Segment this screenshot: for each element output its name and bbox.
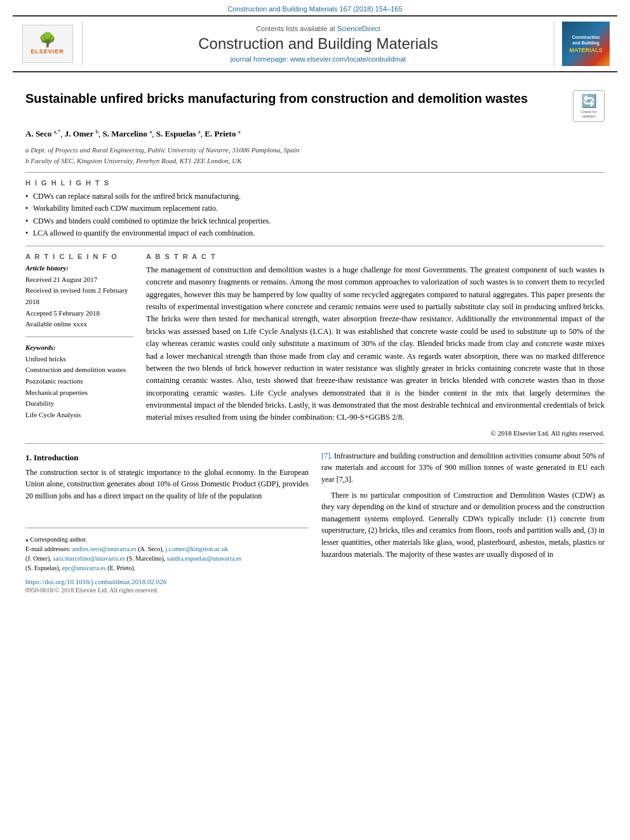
- history-label: Article history:: [25, 264, 133, 272]
- footnotes-area: ⁎ Corresponding author. E-mail addresses…: [25, 528, 309, 594]
- elsevier-label: ELSEVIER: [30, 48, 64, 55]
- affiliation-a: a Dept. of Projects and Rural Engineerin…: [25, 145, 605, 156]
- corresponding-label: ⁎ Corresponding author.: [25, 535, 309, 544]
- journal-ref-text: Construction and Building Materials 167 …: [227, 5, 402, 13]
- highlight-item-4: LCA allowed to quantify the environmenta…: [25, 227, 605, 239]
- abstract-label: A B S T R A C T: [146, 253, 605, 260]
- body-right-col: [7]. Infrastructure and building constru…: [321, 450, 605, 594]
- right-logo-materials: MATERIALS: [570, 47, 603, 54]
- available-date: Available online xxxx: [25, 319, 133, 330]
- right-logo-line1: Constructionand Building: [572, 34, 600, 46]
- ref-7: [7]: [321, 451, 330, 460]
- journal-header: 🌳 ELSEVIER Contents lists available at S…: [13, 15, 617, 72]
- right-journal-logo: Constructionand Building MATERIALS: [562, 22, 610, 66]
- abstract-col: A B S T R A C T The management of constr…: [146, 253, 605, 437]
- article-info-label: A R T I C L E I N F O: [25, 253, 133, 260]
- article-title-section: Sustainable unfired bricks manufacturing…: [25, 90, 605, 122]
- keywords-list: Unfired bricks Construction and demoliti…: [25, 354, 133, 421]
- corresponding-author-note: ⁎ Corresponding author. E-mail addresses…: [25, 535, 309, 573]
- revised-date: Received in revised form 2 February 2018: [25, 285, 133, 307]
- contents-line: Contents lists available at ScienceDirec…: [256, 25, 380, 32]
- keyword-1: Unfired bricks: [25, 354, 133, 365]
- elsevier-logo-area: 🌳 ELSEVIER: [19, 22, 83, 66]
- highlight-item-2: Workability limited each CDW maximum rep…: [25, 203, 605, 215]
- footnote-divider: [25, 528, 309, 528]
- keywords-section: Keywords: Unfired bricks Construction an…: [25, 343, 133, 421]
- email-seco[interactable]: andres.seco@unavarra.es: [72, 545, 136, 552]
- keywords-label: Keywords:: [25, 343, 133, 351]
- elsevier-tree-icon: 🌳: [39, 33, 56, 47]
- highlights-section: H I G H L I G H T S CDWs can replace nat…: [25, 179, 605, 239]
- history-table: Received 21 August 2017 Received in revi…: [25, 274, 133, 330]
- highlights-label: H I G H L I G H T S: [25, 179, 605, 187]
- accepted-date: Accepted 5 February 2018: [25, 308, 133, 319]
- highlight-item-1: CDWs can replace natural soils for the u…: [25, 190, 605, 203]
- doi-section: https://doi.org/10.1016/j.conbuildmat.20…: [25, 577, 309, 587]
- check-updates-text: Check for updates: [573, 110, 604, 119]
- intro-right-1-text: Infrastructure and building construction…: [321, 451, 605, 484]
- email-prieto[interactable]: epc@unavarra.es: [62, 564, 106, 571]
- abstract-text: The management of construction and demol…: [146, 264, 605, 424]
- check-updates-icon: 🔄: [581, 93, 597, 109]
- body-section: 1. Introduction The construction sector …: [25, 450, 605, 594]
- keyword-4: Mechanical properties: [25, 387, 133, 399]
- keyword-5: Durability: [25, 398, 133, 410]
- homepage-url[interactable]: www.elsevier.com/locate/conbuildmat: [290, 55, 406, 63]
- intro-right-text: [7]. Infrastructure and building constru…: [321, 450, 605, 560]
- copyright-line: © 2018 Elsevier Ltd. All rights reserved…: [146, 429, 605, 437]
- journal-main-title: Construction and Building Materials: [198, 35, 438, 53]
- issn-line: 0950-0618/© 2018 Elsevier Ltd. All right…: [25, 587, 309, 594]
- header-center: Contents lists available at ScienceDirec…: [83, 22, 554, 66]
- homepage-label: journal homepage:: [231, 55, 288, 63]
- intro-heading: 1. Introduction: [25, 453, 309, 463]
- intro-para-right-2: There is no particular composition of Co…: [321, 490, 605, 561]
- author-prieto: E. Prieto: [204, 129, 236, 138]
- author-marcelino: S. Marcelino: [102, 129, 147, 138]
- author-omer: J. Omer: [65, 129, 93, 138]
- highlight-item-3: CDWs and binders could combined to optim…: [25, 215, 605, 227]
- divider-after-highlights: [25, 246, 605, 246]
- affiliations: a Dept. of Projects and Rural Engineerin…: [25, 145, 605, 166]
- email-omer[interactable]: j.r.omer@kingston.ac.uk: [166, 545, 229, 552]
- right-logo-area: Constructionand Building MATERIALS: [554, 22, 611, 66]
- divider-after-abstract: [25, 443, 605, 444]
- keyword-3: Pozzolanic reactions: [25, 376, 133, 387]
- article-info-col: A R T I C L E I N F O Article history: R…: [25, 253, 133, 437]
- intro-para-right-1: [7]. Infrastructure and building constru…: [321, 450, 605, 486]
- email-line: E-mail addresses: andres.seco@unavarra.e…: [25, 544, 309, 573]
- divider-in-info: [25, 337, 133, 337]
- check-updates-badge: 🔄 Check for updates: [573, 90, 605, 122]
- page: Construction and Building Materials 167 …: [0, 0, 630, 840]
- contents-label: Contents lists available at: [256, 25, 335, 32]
- article-title: Sustainable unfired bricks manufacturing…: [25, 90, 560, 107]
- keyword-2: Construction and demolition wastes: [25, 364, 133, 376]
- author-seco: A. Seco: [25, 129, 51, 138]
- body-left-col: 1. Introduction The construction sector …: [25, 450, 309, 594]
- affiliation-b: b Faculty of SEC, Kingston University, P…: [25, 156, 605, 166]
- received-date: Received 21 August 2017: [25, 274, 133, 286]
- divider-after-affiliations: [25, 172, 605, 173]
- email-intro: E-mail addresses:: [25, 545, 70, 552]
- email-marcelino[interactable]: sara.marcelino@unavarra.es: [53, 555, 125, 562]
- doi-link[interactable]: https://doi.org/10.1016/j.conbuildmat.20…: [25, 578, 166, 585]
- authors-line: A. Seco a,*, J. Omer b, S. Marcelino a, …: [25, 127, 605, 141]
- intro-para-left: The construction sector is of strategic …: [25, 467, 309, 502]
- highlights-list: CDWs can replace natural soils for the u…: [25, 190, 605, 239]
- email-espuelas[interactable]: sandra.espuelas@unavarra.es: [167, 555, 242, 562]
- sciencedirect-link[interactable]: ScienceDirect: [337, 25, 380, 32]
- article-history: Article history: Received 21 August 2017…: [25, 264, 133, 330]
- intro-left-text: The construction sector is of strategic …: [25, 467, 309, 502]
- journal-reference: Construction and Building Materials 167 …: [0, 0, 630, 15]
- keyword-6: Life Cycle Analysis: [25, 410, 133, 421]
- main-content: Sustainable unfired bricks manufacturing…: [0, 72, 630, 606]
- article-info-abstract-section: A R T I C L E I N F O Article history: R…: [25, 253, 605, 437]
- elsevier-logo-box: 🌳 ELSEVIER: [22, 25, 73, 63]
- author-espuelas: S. Espuelas: [156, 129, 196, 138]
- journal-homepage: journal homepage: www.elsevier.com/locat…: [231, 55, 406, 63]
